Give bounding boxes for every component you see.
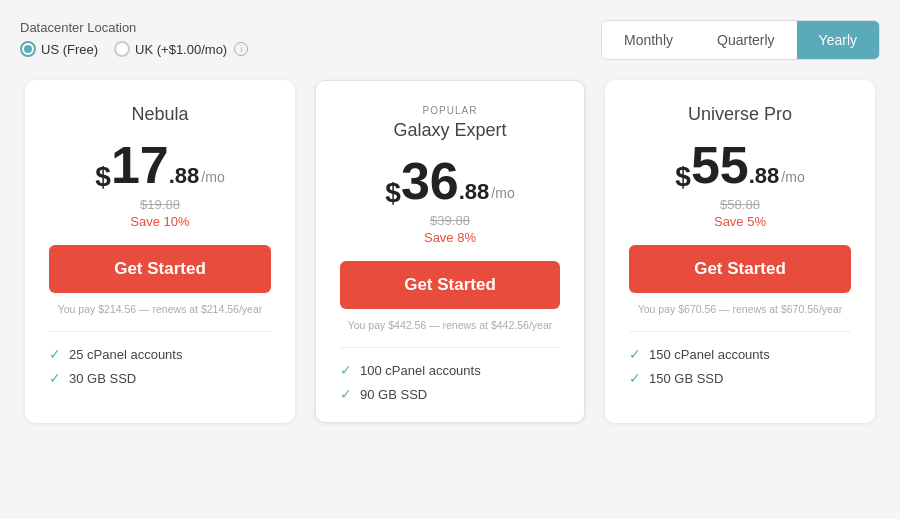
price-dollar: $	[675, 163, 691, 191]
popular-badge: POPULAR	[340, 105, 560, 116]
check-icon: ✓	[49, 346, 61, 362]
info-icon[interactable]: i	[234, 42, 248, 56]
price-main: 17	[111, 139, 169, 191]
feature-item: ✓ 30 GB SSD	[49, 370, 271, 386]
feature-item: ✓ 150 GB SSD	[629, 370, 851, 386]
billing-toggle: Monthly Quarterly Yearly	[601, 20, 880, 60]
renewal-note: You pay $214.56 — renews at $214.56/year	[49, 303, 271, 315]
price-period: /mo	[781, 169, 804, 185]
price-cents: .88	[459, 181, 490, 203]
card-divider	[49, 331, 271, 332]
feature-item: ✓ 100 cPanel accounts	[340, 362, 560, 378]
price-main: 55	[691, 139, 749, 191]
radio-uk-label: UK (+$1.00/mo)	[135, 42, 227, 57]
plan-name: Galaxy Expert	[340, 120, 560, 141]
plans-container: Nebula $ 17 .88 /mo $19.88 Save 10% Get …	[20, 80, 880, 423]
card-divider	[629, 331, 851, 332]
check-icon: ✓	[49, 370, 61, 386]
renewal-note: You pay $670.56 — renews at $670.56/year	[629, 303, 851, 315]
feature-text: 100 cPanel accounts	[360, 363, 481, 378]
check-icon: ✓	[629, 346, 641, 362]
feature-text: 25 cPanel accounts	[69, 347, 182, 362]
features-list: ✓ 150 cPanel accounts ✓ 150 GB SSD	[629, 346, 851, 386]
radio-us[interactable]: US (Free)	[20, 41, 98, 57]
feature-text: 30 GB SSD	[69, 371, 136, 386]
features-list: ✓ 100 cPanel accounts ✓ 90 GB SSD	[340, 362, 560, 402]
price-cents: .88	[169, 165, 200, 187]
plan-name: Universe Pro	[629, 104, 851, 125]
price-dollar: $	[95, 163, 111, 191]
price-dollar: $	[385, 179, 401, 207]
get-started-button[interactable]: Get Started	[49, 245, 271, 293]
feature-item: ✓ 25 cPanel accounts	[49, 346, 271, 362]
tab-monthly[interactable]: Monthly	[602, 21, 695, 59]
feature-text: 150 GB SSD	[649, 371, 723, 386]
tab-quarterly[interactable]: Quarterly	[695, 21, 797, 59]
feature-item: ✓ 90 GB SSD	[340, 386, 560, 402]
tab-yearly[interactable]: Yearly	[797, 21, 879, 59]
radio-circle-uk	[114, 41, 130, 57]
check-icon: ✓	[340, 386, 352, 402]
card-divider	[340, 347, 560, 348]
radio-uk[interactable]: UK (+$1.00/mo) i	[114, 41, 248, 57]
price-period: /mo	[491, 185, 514, 201]
save-text: Save 10%	[49, 214, 271, 229]
get-started-button[interactable]: Get Started	[340, 261, 560, 309]
original-price: $19.88	[49, 197, 271, 212]
datacenter-label: Datacenter Location	[20, 20, 248, 35]
datacenter-radio-group: US (Free) UK (+$1.00/mo) i	[20, 41, 248, 57]
feature-text: 150 cPanel accounts	[649, 347, 770, 362]
plan-price-row: $ 55 .88 /mo	[629, 139, 851, 191]
original-price: $58.88	[629, 197, 851, 212]
plan-card-universe-pro: Universe Pro $ 55 .88 /mo $58.88 Save 5%…	[605, 80, 875, 423]
plan-card-nebula: Nebula $ 17 .88 /mo $19.88 Save 10% Get …	[25, 80, 295, 423]
save-text: Save 8%	[340, 230, 560, 245]
plan-price-row: $ 36 .88 /mo	[340, 155, 560, 207]
price-period: /mo	[201, 169, 224, 185]
price-cents: .88	[749, 165, 780, 187]
check-icon: ✓	[340, 362, 352, 378]
radio-us-label: US (Free)	[41, 42, 98, 57]
check-icon: ✓	[629, 370, 641, 386]
radio-circle-us	[20, 41, 36, 57]
renewal-note: You pay $442.56 — renews at $442.56/year	[340, 319, 560, 331]
features-list: ✓ 25 cPanel accounts ✓ 30 GB SSD	[49, 346, 271, 386]
get-started-button[interactable]: Get Started	[629, 245, 851, 293]
save-text: Save 5%	[629, 214, 851, 229]
original-price: $39.88	[340, 213, 560, 228]
datacenter-section: Datacenter Location US (Free) UK (+$1.00…	[20, 20, 248, 57]
feature-item: ✓ 150 cPanel accounts	[629, 346, 851, 362]
plan-card-galaxy-expert: POPULAR Galaxy Expert $ 36 .88 /mo $39.8…	[315, 80, 585, 423]
plan-name: Nebula	[49, 104, 271, 125]
feature-text: 90 GB SSD	[360, 387, 427, 402]
price-main: 36	[401, 155, 459, 207]
plan-price-row: $ 17 .88 /mo	[49, 139, 271, 191]
